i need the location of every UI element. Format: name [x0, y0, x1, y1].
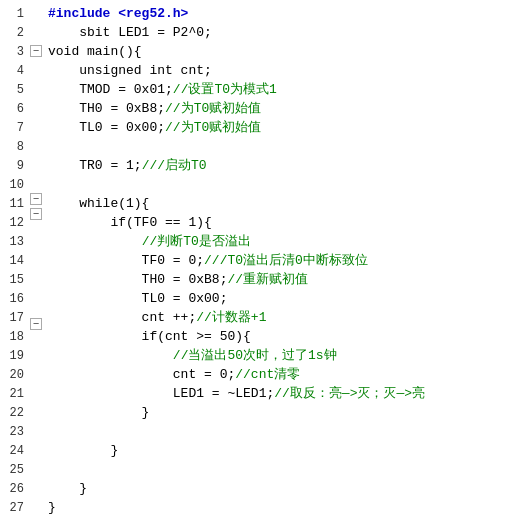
code-text: cnt ++;	[48, 308, 196, 327]
line-number: 12	[0, 213, 28, 232]
code-line: //当溢出50次时，过了1s钟	[48, 346, 511, 365]
code-text: while(1){	[48, 194, 149, 213]
line-number: 6	[0, 99, 28, 118]
code-text: }	[48, 441, 118, 460]
code-text: LED1 = ~LED1;	[48, 384, 274, 403]
line-number: 2	[0, 23, 28, 42]
code-line: //判断T0是否溢出	[48, 232, 511, 251]
code-line	[48, 175, 511, 194]
code-text: }	[48, 479, 87, 498]
code-line: }	[48, 498, 511, 517]
line-number: 11	[0, 194, 28, 213]
line-number: 5	[0, 80, 28, 99]
line-number: 21	[0, 384, 28, 403]
line-number: 27	[0, 498, 28, 517]
line-number: 9	[0, 156, 28, 175]
code-text: sbit LED1 = P2^0;	[48, 23, 212, 42]
line-number: 10	[0, 175, 28, 194]
collapse-marker[interactable]: –	[30, 193, 42, 205]
code-line: TL0 = 0x00;//为T0赋初始值	[48, 118, 511, 137]
code-line: }	[48, 479, 511, 498]
code-line: if(TF0 == 1){	[48, 213, 511, 232]
code-comment: //为T0赋初始值	[165, 99, 261, 118]
code-comment: //cnt清零	[235, 365, 300, 384]
code-comment: //当溢出50次时，过了1s钟	[173, 346, 337, 365]
code-text: }	[48, 403, 149, 422]
code-comment: //重新赋初值	[227, 270, 308, 289]
line-number: 25	[0, 460, 28, 479]
line-number: 4	[0, 61, 28, 80]
line-number: 14	[0, 251, 28, 270]
collapse-gutter[interactable]: ––––	[28, 0, 44, 522]
line-number: 1	[0, 4, 28, 23]
code-line: #include <reg52.h>	[48, 4, 511, 23]
code-text: if(cnt >= 50){	[48, 327, 251, 346]
code-line: sbit LED1 = P2^0;	[48, 23, 511, 42]
line-number: 3	[0, 42, 28, 61]
code-line	[48, 422, 511, 441]
code-text: void main(){	[48, 42, 142, 61]
code-text: TH0 = 0xB8;	[48, 99, 165, 118]
code-text: TL0 = 0x00;	[48, 289, 227, 308]
code-line: TL0 = 0x00;	[48, 289, 511, 308]
line-number: 23	[0, 422, 28, 441]
collapse-marker[interactable]: –	[30, 318, 42, 330]
code-line: cnt = 0;//cnt清零	[48, 365, 511, 384]
line-number: 17	[0, 308, 28, 327]
code-content: #include <reg52.h> sbit LED1 = P2^0;void…	[44, 0, 511, 522]
code-comment: //取反：亮—>灭；灭—>亮	[274, 384, 425, 403]
code-text: TH0 = 0xB8;	[48, 270, 227, 289]
code-text: }	[48, 498, 56, 517]
code-text: TL0 = 0x00;	[48, 118, 165, 137]
line-number: 22	[0, 403, 28, 422]
code-line	[48, 137, 511, 156]
code-line: unsigned int cnt;	[48, 61, 511, 80]
code-line: TR0 = 1;///启动T0	[48, 156, 511, 175]
collapse-marker[interactable]: –	[30, 45, 42, 57]
code-text: unsigned int cnt;	[48, 61, 212, 80]
line-number: 24	[0, 441, 28, 460]
line-number: 15	[0, 270, 28, 289]
code-line: if(cnt >= 50){	[48, 327, 511, 346]
code-line: TH0 = 0xB8;//为T0赋初始值	[48, 99, 511, 118]
collapse-marker[interactable]: –	[30, 208, 42, 220]
code-line	[48, 460, 511, 479]
line-number: 8	[0, 137, 28, 156]
line-number: 20	[0, 365, 28, 384]
code-text: if(TF0 == 1){	[48, 213, 212, 232]
code-text: TF0 = 0;	[48, 251, 204, 270]
code-comment: //设置T0为模式1	[173, 80, 277, 99]
code-comment: ///T0溢出后清0中断标致位	[204, 251, 368, 270]
line-number: 19	[0, 346, 28, 365]
code-comment: //为T0赋初始值	[165, 118, 261, 137]
line-number: 7	[0, 118, 28, 137]
line-number: 13	[0, 232, 28, 251]
line-number: 16	[0, 289, 28, 308]
code-text	[48, 232, 142, 251]
code-line: while(1){	[48, 194, 511, 213]
line-number: 26	[0, 479, 28, 498]
code-text: #include <reg52.h>	[48, 4, 188, 23]
code-line: TMOD = 0x01;//设置T0为模式1	[48, 80, 511, 99]
line-number-column: 1234567891011121314151617181920212223242…	[0, 0, 28, 522]
code-text: TMOD = 0x01;	[48, 80, 173, 99]
code-line: void main(){	[48, 42, 511, 61]
code-text	[48, 346, 173, 365]
code-text: TR0 = 1;	[48, 156, 142, 175]
code-text: cnt = 0;	[48, 365, 235, 384]
code-comment: ///启动T0	[142, 156, 207, 175]
code-line: }	[48, 441, 511, 460]
code-editor: 1234567891011121314151617181920212223242…	[0, 0, 511, 522]
code-line: LED1 = ~LED1;//取反：亮—>灭；灭—>亮	[48, 384, 511, 403]
code-line: }	[48, 403, 511, 422]
code-line: TF0 = 0;///T0溢出后清0中断标致位	[48, 251, 511, 270]
code-line: cnt ++;//计数器+1	[48, 308, 511, 327]
line-number: 18	[0, 327, 28, 346]
code-comment: //计数器+1	[196, 308, 266, 327]
code-comment: //判断T0是否溢出	[142, 232, 251, 251]
code-line: TH0 = 0xB8;//重新赋初值	[48, 270, 511, 289]
